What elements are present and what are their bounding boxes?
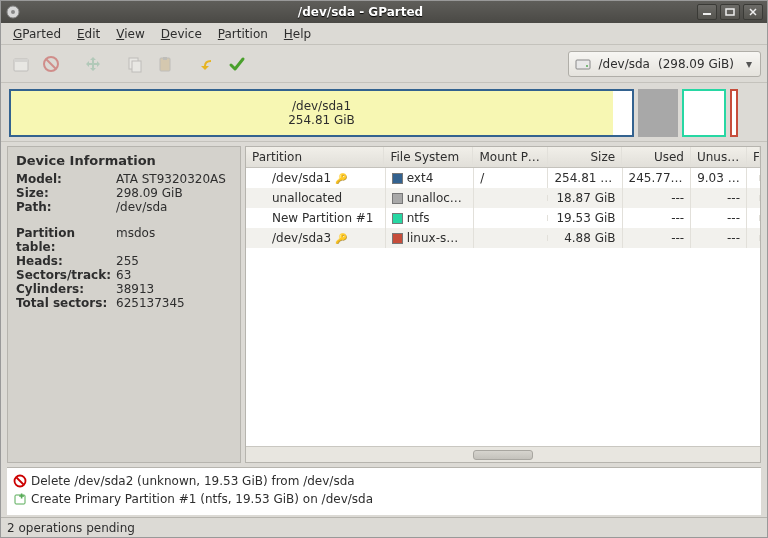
device-info-heading: Device Information <box>16 153 232 168</box>
svg-rect-2 <box>703 13 711 15</box>
copy-button[interactable] <box>121 50 149 78</box>
table-row[interactable]: unallocatedunallocated18.87 GiB------ <box>246 188 760 208</box>
col-size[interactable]: Size <box>548 147 622 167</box>
svg-rect-7 <box>14 59 28 62</box>
horizontal-scrollbar[interactable] <box>246 446 760 462</box>
device-info-panel: Device Information Model:ATA ST9320320AS… <box>7 146 241 463</box>
delete-partition-button[interactable] <box>37 50 65 78</box>
menu-edit[interactable]: Edit <box>69 25 108 43</box>
harddisk-icon <box>575 56 591 72</box>
svg-point-15 <box>586 65 588 67</box>
window-title: /dev/sda - GParted <box>27 5 694 19</box>
undo-button[interactable] <box>193 50 221 78</box>
menu-gparted[interactable]: GParted <box>5 25 69 43</box>
app-icon <box>5 4 21 20</box>
status-text: 2 operations pending <box>7 521 135 535</box>
minimize-button[interactable] <box>697 4 717 20</box>
paste-button[interactable] <box>151 50 179 78</box>
col-used[interactable]: Used <box>622 147 691 167</box>
partition-block-sda1[interactable]: /dev/sda1 254.81 GiB <box>9 89 634 137</box>
svg-rect-14 <box>576 60 590 69</box>
menu-view[interactable]: View <box>108 25 152 43</box>
svg-rect-3 <box>726 9 734 15</box>
partition-block-new1[interactable] <box>682 89 726 137</box>
table-row[interactable]: New Partition #1ntfs19.53 GiB------ <box>246 208 760 228</box>
table-header: Partition File System Mount Point Size U… <box>246 147 760 168</box>
svg-line-9 <box>46 59 56 69</box>
new-partition-button[interactable] <box>7 50 35 78</box>
menu-device[interactable]: Device <box>153 25 210 43</box>
partition-map: /dev/sda1 254.81 GiB <box>1 83 767 141</box>
partition-block-unallocated[interactable] <box>638 89 678 137</box>
titlebar: /dev/sda - GParted <box>1 1 767 23</box>
lock-icon: 🔑 <box>335 173 347 184</box>
menubar: GParted Edit View Device Partition Help <box>1 23 767 45</box>
create-icon <box>13 492 27 506</box>
toolbar: /dev/sda (298.09 GiB) ▾ <box>1 45 767 83</box>
app-window: /dev/sda - GParted GParted Edit View Dev… <box>0 0 768 538</box>
menu-help[interactable]: Help <box>276 25 319 43</box>
table-body: /dev/sda1🔑ext4/254.81 GiB245.77 GiB9.03 … <box>246 168 760 446</box>
pending-op-text: Delete /dev/sda2 (unknown, 19.53 GiB) fr… <box>31 474 355 488</box>
device-selector[interactable]: /dev/sda (298.09 GiB) ▾ <box>568 51 761 77</box>
col-partition[interactable]: Partition <box>246 147 384 167</box>
svg-rect-11 <box>132 61 141 72</box>
apply-button[interactable] <box>223 50 251 78</box>
resize-move-button[interactable] <box>79 50 107 78</box>
delete-icon <box>13 474 27 488</box>
pending-op[interactable]: Create Primary Partition #1 (ntfs, 19.53… <box>13 490 755 508</box>
partition-block-sda3[interactable] <box>730 89 738 137</box>
pending-op[interactable]: Delete /dev/sda2 (unknown, 19.53 GiB) fr… <box>13 472 755 490</box>
device-selector-device: /dev/sda <box>599 57 650 71</box>
table-row[interactable]: /dev/sda1🔑ext4/254.81 GiB245.77 GiB9.03 … <box>246 168 760 188</box>
statusbar: 2 operations pending <box>1 517 767 537</box>
chevron-down-icon: ▾ <box>742 57 756 71</box>
svg-point-1 <box>11 10 15 14</box>
pending-operations-panel: Delete /dev/sda2 (unknown, 19.53 GiB) fr… <box>7 467 761 515</box>
close-button[interactable] <box>743 4 763 20</box>
menu-partition[interactable]: Partition <box>210 25 276 43</box>
partition-table: Partition File System Mount Point Size U… <box>245 146 761 463</box>
col-unused[interactable]: Unused <box>691 147 747 167</box>
svg-rect-13 <box>163 57 167 60</box>
pending-op-text: Create Primary Partition #1 (ntfs, 19.53… <box>31 492 373 506</box>
col-mountpoint[interactable]: Mount Point <box>473 147 547 167</box>
partition-block-label-name: /dev/sda1 <box>11 99 632 113</box>
lock-icon: 🔑 <box>335 233 347 244</box>
col-flags[interactable]: Fla <box>747 147 760 167</box>
partition-block-label-size: 254.81 GiB <box>11 113 632 127</box>
table-row[interactable]: /dev/sda3🔑linux-swap4.88 GiB------ <box>246 228 760 248</box>
col-filesystem[interactable]: File System <box>384 147 473 167</box>
device-selector-size: (298.09 GiB) <box>658 57 734 71</box>
svg-line-17 <box>17 478 24 485</box>
maximize-button[interactable] <box>720 4 740 20</box>
